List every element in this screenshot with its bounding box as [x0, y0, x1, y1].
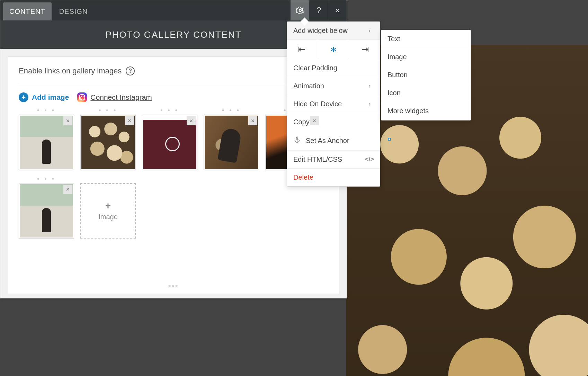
thumb-wrap: • • • ×	[142, 108, 197, 170]
selection-handle[interactable]	[388, 138, 391, 141]
add-image-tile-label: Image	[98, 213, 118, 221]
drag-handle[interactable]: • • •	[222, 108, 241, 115]
enable-links-help[interactable]: ?	[126, 66, 135, 75]
connect-instagram-button[interactable]: Connect Instagram	[77, 92, 152, 102]
menu-delete[interactable]: Delete	[287, 169, 380, 186]
submenu-more-widgets[interactable]: More widgets	[381, 102, 471, 120]
drag-handle[interactable]: • • •	[160, 108, 179, 115]
plus-icon: +	[105, 201, 111, 211]
menu-label: Edit HTML/CSS	[293, 155, 342, 163]
align-center-button[interactable]	[318, 40, 349, 59]
add-image-tile[interactable]: + Image	[80, 183, 136, 239]
menu-label: Hide On Device	[293, 100, 342, 108]
menu-label: Animation	[293, 82, 324, 90]
gallery-thumb[interactable]: ×	[80, 115, 136, 170]
panel-toolbar: CONTENT DESIGN ? ×	[0, 0, 347, 20]
thumb-remove-button[interactable]: ×	[63, 185, 72, 194]
close-icon: ×	[335, 6, 340, 15]
chevron-right-icon: ›	[365, 27, 374, 34]
close-panel-button[interactable]: ×	[328, 0, 347, 20]
enable-links-label: Enable links on gallery images	[19, 66, 122, 75]
add-image-label: Add image	[32, 93, 69, 101]
submenu-label: Image	[387, 53, 407, 61]
svg-point-0	[299, 9, 301, 12]
anchor-icon	[293, 136, 301, 145]
add-widget-submenu: Text Image Button Icon More widgets	[381, 30, 471, 120]
menu-animation[interactable]: Animation ›	[287, 77, 380, 95]
align-left-button[interactable]	[287, 40, 318, 59]
submenu-text[interactable]: Text	[381, 30, 471, 48]
align-left-icon	[297, 46, 307, 53]
menu-label: Delete	[293, 173, 313, 181]
submenu-icon[interactable]: Icon	[381, 84, 471, 102]
thumb-remove-button[interactable]: ×	[187, 116, 196, 125]
add-image-button[interactable]: + Add image	[19, 92, 69, 102]
menu-set-as-anchor[interactable]: Set As Anchor	[287, 131, 380, 151]
menu-copy[interactable]: Copy	[287, 113, 380, 131]
submenu-image[interactable]: Image	[381, 48, 471, 66]
align-center-icon	[329, 46, 338, 53]
submenu-button[interactable]: Button	[381, 66, 471, 84]
panel-resize-handle[interactable]: ≡≡≡	[19, 285, 328, 288]
menu-clear-padding[interactable]: Clear Padding	[287, 59, 380, 77]
svg-point-6	[296, 137, 298, 138]
tab-design[interactable]: DESIGN	[53, 2, 94, 20]
alignment-row	[287, 40, 380, 59]
align-right-button[interactable]	[349, 40, 380, 59]
enable-links-row: Enable links on gallery images ?	[19, 66, 328, 84]
menu-add-widget-below[interactable]: Add widget below ›	[287, 22, 380, 40]
drag-handle[interactable]: • • •	[37, 108, 56, 115]
menu-label: Copy	[293, 118, 310, 126]
submenu-label: More widgets	[387, 107, 429, 115]
gallery-thumb[interactable]: ×	[19, 115, 74, 170]
thumb-remove-button[interactable]: ×	[248, 116, 257, 125]
menu-edit-html-css[interactable]: Edit HTML/CSS </>	[287, 151, 380, 169]
gallery-action-row: + Add image Connect Instagram Del	[19, 92, 328, 102]
thumb-wrap: • • • + Image	[80, 177, 136, 239]
menu-label: Add widget below	[293, 27, 348, 35]
toolbar-tabs: CONTENT DESIGN	[0, 0, 97, 20]
menu-label: Clear Padding	[293, 64, 337, 72]
settings-dropdown: Add widget below › Clear	[287, 21, 380, 187]
thumb-wrap: • • • ×	[80, 108, 136, 170]
image-grid: • • • × • • • × • • •	[19, 108, 328, 239]
code-icon: </>	[365, 156, 374, 163]
drag-handle[interactable]: • • •	[99, 108, 117, 115]
gallery-thumb[interactable]: ×	[204, 115, 259, 170]
tab-content[interactable]: CONTENT	[3, 2, 52, 20]
connect-instagram-label: Connect Instagram	[90, 93, 152, 101]
gallery-thumb[interactable]: ×	[142, 115, 197, 170]
submenu-label: Text	[387, 35, 400, 43]
submenu-label: Button	[387, 71, 408, 79]
thumb-remove-button[interactable]: ×	[125, 116, 134, 125]
question-icon: ?	[317, 6, 321, 15]
menu-hide-on-device[interactable]: Hide On Device ›	[287, 95, 380, 113]
instagram-icon	[77, 92, 87, 102]
drag-handle[interactable]: • • •	[37, 177, 56, 183]
chevron-right-icon: ›	[365, 82, 374, 90]
submenu-label: Icon	[387, 89, 401, 97]
gear-icon	[296, 6, 305, 15]
help-button[interactable]: ?	[309, 0, 328, 20]
thumb-wrap: • • • ×	[19, 177, 74, 239]
gallery-thumb[interactable]: ×	[19, 183, 74, 239]
thumb-remove-button[interactable]: ×	[63, 116, 72, 125]
menu-label: Set As Anchor	[306, 137, 349, 145]
plus-circle-icon: +	[19, 92, 28, 102]
chevron-right-icon: ›	[365, 100, 374, 108]
thumb-wrap: • • • ×	[19, 108, 74, 170]
align-right-icon	[360, 46, 369, 53]
settings-button[interactable]	[291, 0, 309, 20]
thumb-remove-button[interactable]: ×	[310, 116, 319, 125]
thumb-wrap: • • • ×	[204, 108, 259, 170]
